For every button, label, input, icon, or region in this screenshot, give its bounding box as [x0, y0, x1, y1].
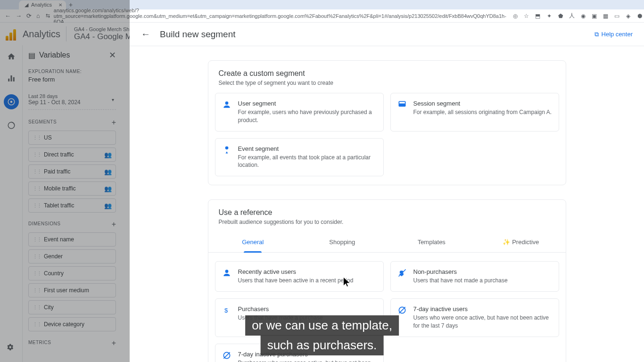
forward-button[interactable]: → — [16, 12, 22, 19]
ext-icon[interactable]: ⬢ — [636, 13, 643, 19]
session-icon — [397, 100, 407, 109]
exploration-name[interactable]: Free form — [28, 76, 116, 83]
dimension-chip[interactable]: ⋮⋮Gender — [28, 249, 116, 263]
dimension-chip[interactable]: ⋮⋮City — [28, 300, 116, 314]
chip-label: Country — [44, 270, 64, 277]
ext-icon[interactable]: ◈ — [625, 13, 632, 19]
segment-chip[interactable]: ⋮⋮Direct traffic👥 — [28, 148, 116, 162]
reference-tabs: General Shopping Templates ✨Predictive — [208, 232, 566, 253]
bookmark-icon[interactable]: ☆ — [523, 13, 530, 19]
wand-icon: ✨ — [503, 239, 510, 246]
tab-templates[interactable]: Templates — [387, 232, 477, 252]
home-icon[interactable] — [6, 51, 17, 62]
segment-chip[interactable]: ⋮⋮Mobile traffic👥 — [28, 181, 116, 196]
person-icon: 👥 — [104, 202, 112, 209]
address-bar[interactable]: ⇆ analytics.google.com/analytics/web/?ut… — [46, 8, 506, 25]
card-title: Non-purchasers — [413, 268, 508, 275]
ext-icon[interactable]: ◎ — [512, 13, 519, 19]
recently-active-card[interactable]: Recently active users Users that have be… — [215, 261, 384, 292]
add-dimension-button[interactable]: + — [112, 220, 116, 229]
property-subtitle: GA4 - Google Merch Shop — [74, 26, 136, 32]
reports-icon[interactable] — [6, 73, 17, 84]
svg-rect-5 — [399, 102, 405, 103]
extension-icons: ◎☆ ⬒✦ ⬟人 ◉▣ ▦▭ ◈⬢ ◷⊕ G◫ ●⋮ — [512, 12, 644, 20]
dimension-chip[interactable]: ⋮⋮Event name — [28, 232, 116, 247]
back-button[interactable]: ← — [141, 29, 150, 40]
chip-label: First user medium — [44, 287, 89, 294]
segment-chip[interactable]: ⋮⋮US — [28, 131, 116, 145]
session-segment-card[interactable]: Session segment For example, all session… — [390, 93, 559, 132]
analytics-logo[interactable]: Analytics — [6, 27, 60, 41]
chip-label: Mobile traffic — [44, 185, 76, 192]
person-icon: 👥 — [104, 185, 112, 192]
ext-icon[interactable]: ▣ — [591, 13, 598, 19]
add-metric-button[interactable]: + — [112, 339, 116, 347]
ext-icon[interactable]: 人 — [569, 12, 575, 20]
svg-point-7 — [225, 270, 228, 273]
analytics-logo-icon — [6, 27, 19, 41]
help-link[interactable]: ⧉ Help center — [594, 31, 633, 38]
event-segment-card[interactable]: Event segment For example, all events th… — [215, 138, 384, 177]
card-title: Purchasers — [238, 305, 323, 313]
clock-off-icon — [222, 351, 231, 360]
card-subtitle: For example, all sessions originating fr… — [413, 108, 552, 116]
chevron-down-icon: ▾ — [112, 97, 114, 102]
chip-label: Tablet traffic — [44, 202, 74, 209]
build-segment-modal: ← Build new segment ⧉ Help center Create… — [130, 23, 644, 362]
user-segment-card[interactable]: User segment For example, users who have… — [215, 93, 384, 132]
card-subtitle: Users that have been active in a recent … — [238, 277, 354, 285]
dimensions-label: DIMENSIONS — [28, 221, 60, 226]
add-segment-button[interactable]: + — [112, 118, 116, 127]
dimension-chip[interactable]: ⋮⋮Country — [28, 266, 116, 280]
external-link-icon: ⧉ — [594, 31, 599, 38]
segment-chip[interactable]: ⋮⋮Tablet traffic👥 — [28, 198, 116, 213]
tab-shopping[interactable]: Shopping — [297, 232, 387, 252]
section-title: Create a custom segment — [219, 69, 555, 78]
chip-label: Event name — [44, 236, 74, 243]
ext-icon[interactable]: ⬟ — [557, 13, 564, 19]
site-info-icon[interactable]: ⇆ — [46, 13, 50, 19]
browser-tab[interactable]: ◢ Analytics ✕ — [19, 0, 66, 9]
tab-predictive[interactable]: ✨Predictive — [476, 232, 566, 252]
property-selector[interactable]: GA4 - Google Merch Shop GA4 - Google Me — [66, 26, 136, 41]
ext-icon[interactable]: ▦ — [603, 13, 609, 19]
event-icon — [222, 145, 231, 155]
segments-label: SEGMENTS — [28, 119, 57, 124]
close-icon[interactable]: ✕ — [109, 50, 116, 60]
ext-icon[interactable]: ⬒ — [535, 13, 541, 19]
dimension-chip[interactable]: ⋮⋮Device category — [28, 317, 116, 331]
svg-point-3 — [225, 101, 228, 105]
variables-panel: ▤ Variables ✕ EXPLORATION NAME: Free for… — [23, 45, 122, 362]
7day-inactive-users-card[interactable]: 7-day inactive users Users who were once… — [390, 298, 559, 337]
ext-icon[interactable]: ✦ — [546, 13, 553, 19]
ext-icon[interactable]: ◉ — [580, 13, 586, 19]
date-range-picker[interactable]: Last 28 days Sep 11 - Oct 8, 2024 ▾ — [28, 90, 116, 110]
admin-icon[interactable] — [6, 342, 14, 353]
back-button[interactable]: ← — [5, 12, 11, 19]
tab-general[interactable]: General — [208, 232, 298, 252]
dimension-chip[interactable]: ⋮⋮First user medium — [28, 283, 116, 297]
explore-icon[interactable] — [4, 94, 19, 109]
browser-toolbar: ← → ⟳ ⌂ ⇆ analytics.google.com/analytics… — [0, 9, 644, 23]
advertising-icon[interactable] — [6, 120, 17, 131]
refresh-button[interactable]: ⟳ — [26, 12, 32, 19]
variables-icon: ▤ — [28, 51, 35, 60]
non-purchasers-card[interactable]: $ Non-purchasers Users that have not mad… — [390, 261, 559, 292]
chip-label: US — [44, 134, 52, 141]
chip-label: Paid traffic — [44, 168, 70, 175]
card-subtitle: For example, users who have previously p… — [238, 108, 377, 124]
section-subtitle: Prebuilt audience suggestions for you to… — [219, 219, 555, 225]
custom-segment-section: Create a custom segment Select the type … — [208, 60, 566, 185]
dollar-icon: $ — [222, 305, 231, 315]
analytics-wordmark: Analytics — [23, 29, 60, 40]
tab-label: Predictive — [512, 239, 539, 246]
close-icon[interactable]: ✕ — [58, 2, 62, 8]
card-subtitle: For example, all events that took place … — [238, 154, 377, 170]
tab-title: Analytics — [31, 2, 52, 8]
ext-icon[interactable]: ▭ — [614, 13, 620, 19]
mouse-cursor — [341, 276, 351, 291]
home-button[interactable]: ⌂ — [36, 12, 40, 19]
svg-point-6 — [225, 146, 228, 149]
chip-label: Device category — [44, 321, 84, 328]
segment-chip[interactable]: ⋮⋮Paid traffic👥 — [28, 165, 116, 179]
